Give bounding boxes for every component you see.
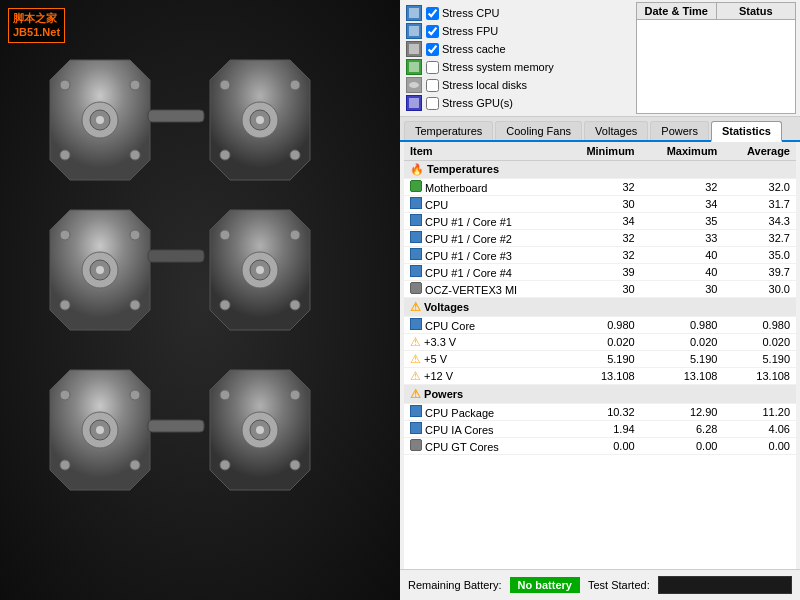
- hardware-image-panel: 脚本之家 JB51.Net: [0, 0, 400, 600]
- cpu-icon: [410, 197, 422, 209]
- stress-memory-row: Stress system memory: [406, 58, 634, 76]
- cpuia-label: CPU IA Cores: [425, 424, 493, 436]
- stress-disks-row: Stress local disks: [406, 76, 634, 94]
- bottom-bar: Remaining Battery: No battery Test Start…: [400, 569, 800, 600]
- cpupkg-avg: 11.20: [723, 404, 796, 421]
- svg-point-45: [220, 390, 230, 400]
- core4-min: 39: [561, 264, 641, 281]
- svg-point-31: [220, 300, 230, 310]
- svg-point-39: [60, 460, 70, 470]
- svg-rect-54: [409, 44, 419, 54]
- svg-point-7: [60, 150, 70, 160]
- cpugt-label: CPU GT Cores: [425, 441, 499, 453]
- section-powers: ⚠ Powers: [404, 385, 796, 404]
- gpu-stress-icon: [406, 95, 422, 111]
- remaining-battery-label: Remaining Battery:: [408, 579, 502, 591]
- tab-powers[interactable]: Powers: [650, 121, 709, 140]
- svg-point-40: [130, 460, 140, 470]
- table-row: Motherboard 32 32 32.0: [404, 179, 796, 196]
- table-row: CPU Package 10.32 12.90 11.20: [404, 404, 796, 421]
- stress-fpu-checkbox[interactable]: [426, 25, 439, 38]
- cpugt-min: 0.00: [561, 438, 641, 455]
- table-row: CPU #1 / Core #4 39 40 39.7: [404, 264, 796, 281]
- ocz-max: 30: [641, 281, 724, 298]
- stress-disks-checkbox[interactable]: [426, 79, 439, 92]
- tab-cooling-fans[interactable]: Cooling Fans: [495, 121, 582, 140]
- cpu-avg: 31.7: [723, 196, 796, 213]
- svg-point-23: [60, 300, 70, 310]
- svg-point-20: [96, 266, 104, 274]
- v5-warn-icon: ⚠: [410, 352, 421, 366]
- cpuia-icon: [410, 422, 422, 434]
- stress-memory-checkbox[interactable]: [426, 61, 439, 74]
- core4-icon: [410, 265, 422, 277]
- log-datetime-header: Date & Time: [637, 3, 717, 19]
- table-row: CPU 30 34 31.7: [404, 196, 796, 213]
- svg-point-22: [130, 230, 140, 240]
- stress-checkboxes-panel: Stress CPU Stress FPU Stress cache: [404, 2, 636, 114]
- v33-avg: 0.020: [723, 334, 796, 351]
- stress-cpu-checkbox[interactable]: [426, 7, 439, 20]
- svg-point-30: [290, 230, 300, 240]
- cpuia-max: 6.28: [641, 421, 724, 438]
- hardware-photo: [0, 0, 400, 600]
- ocz-icon: [410, 282, 422, 294]
- stress-gpu-checkbox[interactable]: [426, 97, 439, 110]
- v33-warn-icon: ⚠: [410, 335, 421, 349]
- memory-stress-icon: [406, 59, 422, 75]
- svg-point-6: [130, 80, 140, 90]
- v33-max: 0.020: [641, 334, 724, 351]
- core1-min: 34: [561, 213, 641, 230]
- cache-stress-icon: [406, 41, 422, 57]
- svg-point-47: [220, 460, 230, 470]
- stress-cache-row: Stress cache: [406, 40, 634, 58]
- stress-disks-label: Stress local disks: [442, 79, 527, 91]
- powers-section-label: Powers: [424, 388, 463, 400]
- vcpu-label: CPU Core: [425, 320, 475, 332]
- vcpu-min: 0.980: [561, 317, 641, 334]
- core1-avg: 34.3: [723, 213, 796, 230]
- svg-rect-51: [148, 420, 204, 432]
- v12-max: 13.108: [641, 368, 724, 385]
- v12-min: 13.108: [561, 368, 641, 385]
- statistics-table-area: Item Minimum Maximum Average 🔥 Temperatu…: [404, 142, 796, 569]
- col-average: Average: [723, 142, 796, 161]
- cpupkg-label: CPU Package: [425, 407, 494, 419]
- log-content: [637, 20, 795, 80]
- no-battery-badge: No battery: [510, 577, 580, 593]
- stress-fpu-label: Stress FPU: [442, 25, 498, 37]
- core2-min: 32: [561, 230, 641, 247]
- ocz-label: OCZ-VERTEX3 MI: [425, 284, 517, 296]
- svg-rect-55: [409, 62, 419, 72]
- v5-avg: 5.190: [723, 351, 796, 368]
- stress-gpu-row: Stress GPU(s): [406, 94, 634, 112]
- svg-rect-49: [148, 110, 204, 122]
- section-voltages: ⚠ Voltages: [404, 298, 796, 317]
- log-panel-header: Date & Time Status: [637, 3, 795, 20]
- cpupkg-max: 12.90: [641, 404, 724, 421]
- tab-temperatures[interactable]: Temperatures: [404, 121, 493, 140]
- vcpu-max: 0.980: [641, 317, 724, 334]
- v12-label: +12 V: [424, 370, 453, 382]
- stats-header-row: Item Minimum Maximum Average: [404, 142, 796, 161]
- voltages-section-label: Voltages: [424, 301, 469, 313]
- svg-rect-53: [409, 26, 419, 36]
- table-row: CPU #1 / Core #1 34 35 34.3: [404, 213, 796, 230]
- table-row: OCZ-VERTEX3 MI 30 30 30.0: [404, 281, 796, 298]
- core2-icon: [410, 231, 422, 243]
- svg-point-56: [409, 82, 419, 88]
- cpupkg-icon: [410, 405, 422, 417]
- tab-statistics[interactable]: Statistics: [711, 121, 782, 142]
- watermark: 脚本之家 JB51.Net: [8, 8, 65, 43]
- core4-avg: 39.7: [723, 264, 796, 281]
- core1-label: CPU #1 / Core #1: [425, 216, 512, 228]
- col-item: Item: [404, 142, 561, 161]
- mb-avg: 32.0: [723, 179, 796, 196]
- stress-memory-label: Stress system memory: [442, 61, 554, 73]
- tab-voltages[interactable]: Voltages: [584, 121, 648, 140]
- core3-label: CPU #1 / Core #3: [425, 250, 512, 262]
- table-row: CPU #1 / Core #2 32 33 32.7: [404, 230, 796, 247]
- vcpu-icon: [410, 318, 422, 330]
- stress-cache-checkbox[interactable]: [426, 43, 439, 56]
- cpu-max: 34: [641, 196, 724, 213]
